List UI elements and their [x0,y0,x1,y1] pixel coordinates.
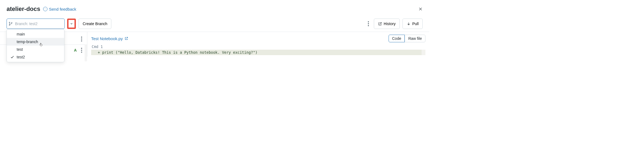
pull-button[interactable]: Pull [402,19,423,29]
check-slot [10,47,15,51]
cell-label: Cmd 1 [91,44,425,50]
check-slot [10,40,15,44]
git-branch-icon [7,19,14,29]
svg-point-1 [9,25,10,25]
tree-item-actions[interactable] [79,46,84,55]
history-button[interactable]: History [374,19,400,29]
file-link[interactable]: Test Notebook.py [91,36,128,41]
branch-dropdown-toggle[interactable] [67,19,76,29]
page-title: atelier-docs [7,5,40,13]
check-slot [10,32,15,36]
branch-option-test[interactable]: test [7,46,64,53]
branch-option-main[interactable]: main [7,30,64,38]
branch-dropdown: main temp-branch test test2 [7,29,64,62]
file-name: Test Notebook.py [91,36,123,41]
branch-option-temp-branch[interactable]: temp-branch [7,38,64,46]
create-branch-button[interactable]: Create Branch [79,19,111,29]
scrollbar[interactable] [422,50,425,55]
status-badge-added: A [74,48,77,52]
more-actions-button[interactable] [366,19,371,28]
diff-pane: Test Notebook.py Code Raw file Cmd 1 + p… [87,32,429,56]
branch-input[interactable] [14,19,64,29]
svg-point-0 [9,22,10,23]
close-button[interactable] [417,6,424,12]
chevron-down-icon [70,22,73,25]
branch-select-field[interactable] [7,19,65,29]
view-toggle-code[interactable]: Code [389,35,405,42]
arrow-down-icon [407,22,411,26]
send-feedback-label: Send feedback [49,7,76,11]
external-link-icon [124,37,128,40]
branch-option-label: test2 [17,55,61,59]
cursor-hand-icon [39,42,43,47]
close-icon [419,7,422,11]
code-diff-line: + print ("Hello, Databricks! This is a P… [91,50,425,55]
svg-point-2 [11,22,12,23]
scrollbar[interactable] [85,44,87,61]
chat-icon [43,7,47,11]
pull-label: Pull [412,22,419,26]
history-label: History [384,22,396,26]
tree-header-actions[interactable] [79,35,84,43]
branch-option-label: main [17,32,61,36]
branch-option-label: test [17,47,61,52]
external-link-icon [378,22,382,26]
check-icon [10,55,15,59]
create-branch-label: Create Branch [83,22,107,26]
view-toggle-raw[interactable]: Raw file [405,35,425,42]
branch-option-test2[interactable]: test2 [7,53,64,61]
send-feedback-link[interactable]: Send feedback [43,7,76,11]
